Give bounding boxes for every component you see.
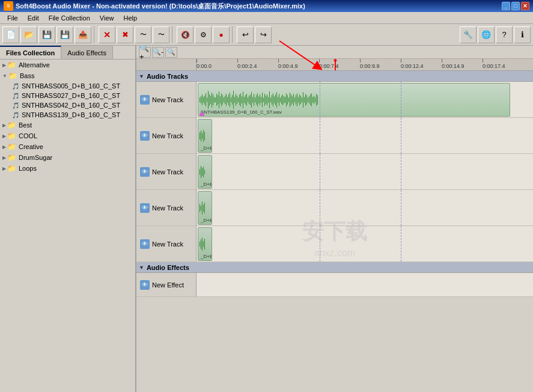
folder-label: COOL [19,132,37,139]
folder-drumsugar[interactable]: ▶ 📁 DrumSugar [0,152,135,163]
effect-eye-icon-1[interactable]: 👁 [140,280,150,290]
track-eye-icon-1[interactable]: 👁 [140,95,150,105]
zoom-out-button[interactable]: 🔍- [152,47,164,58]
menu-view[interactable]: View [95,13,119,23]
file-icon: 🎵 [12,83,19,90]
settings-button[interactable]: ⚙ [195,26,212,43]
menu-file[interactable]: File [2,13,23,23]
tick-1: 0:00:2.4 [237,59,257,70]
help-button[interactable]: ? [496,26,513,43]
tick-5: 0:00:12.4 [401,59,424,70]
arrow-icon: ▶ [2,133,6,139]
file-label: SNTHBASS005_D+B_160_C_ST [22,82,120,90]
timeline-ruler: 0:00.0 0:00:2.4 0:00:4.9 0:00:7.4 0:00:9… [136,59,533,71]
folder-cool[interactable]: ▶ 📁 COOL [0,130,135,141]
audio-tracks-header: ▼ Audio Tracks [136,71,533,82]
vert-line-1 [320,82,320,117]
folder-icon: 📁 [7,153,16,162]
vert-line-t5b [401,226,401,262]
track-content-5[interactable]: _D+B_ [196,226,533,262]
close-button[interactable]: ✕ [521,2,529,10]
cut-button[interactable]: ✕ [99,26,115,43]
vert-line-t2b [401,118,401,153]
delete-button[interactable]: ✖ [117,26,133,43]
track-eye-icon-4[interactable]: 👁 [140,203,150,213]
wave-action-button[interactable]: 〜 [153,26,169,43]
redo-button[interactable]: ↪ [255,26,272,43]
effect-content-1[interactable] [196,273,533,296]
folder-icon: 📁 [8,72,17,80]
new-button[interactable]: 📄 [2,26,19,43]
arrow-icon: ▶ [2,155,6,161]
arrow-icon: ▶ [2,166,6,171]
track-content-1[interactable]: SNTHBASS139_D+B_160_C_ST.wav [196,82,533,117]
toolbar: 📄 📂 💾 💾 📤 ✕ ✖ 〜 〜 🔇 ⚙ ● ↩ ↪ 🔧 🌐 ? ℹ [0,24,533,46]
menu-help[interactable]: Help [118,13,142,23]
folder-best[interactable]: ▶ 📁 Best [0,120,135,130]
track-label-5: 👁 New Track [136,226,196,262]
track-name-5: New Track [152,240,183,248]
maximize-button[interactable]: □ [511,2,520,10]
track-name-4: New Track [152,204,183,212]
track-label-3: 👁 New Track [136,154,196,189]
effect-row-1: 👁 New Effect [136,273,533,297]
folder-bass[interactable]: ▼ 📁 Bass [0,70,135,81]
track-content-3[interactable]: _D+B_ [196,154,533,189]
zoom-bar: 🔍+ 🔍- 🔍 [136,46,533,59]
file-icon: 🎵 [12,93,19,99]
undo-button[interactable]: ↩ [237,26,254,43]
folder-label: Best [19,121,32,129]
export-button[interactable]: 📤 [75,26,91,43]
zoom-in-button[interactable]: 🔍+ [139,47,151,58]
file-snthbass005[interactable]: 🎵 SNTHBASS005_D+B_160_C_ST [0,81,135,91]
section-arrow-icon: ▼ [139,73,144,79]
wrench-button[interactable]: 🔧 [460,26,477,43]
track-content-2[interactable]: _D+B_ [196,118,533,153]
tick-7: 0:00:17.4 [483,59,505,70]
left-panel: Files Collection Audio Effects ▶ 📁 Alter… [0,46,136,392]
save-copy-button[interactable]: 💾 [56,26,73,43]
dot-marker-1 [199,112,204,117]
wave-select-button[interactable]: 〜 [135,26,151,43]
menu-edit[interactable]: Edit [23,13,44,23]
file-snthbass027[interactable]: 🎵 SNTHBASS027_D+B_160_C_ST [0,91,135,100]
open-button[interactable]: 📂 [20,26,37,43]
effect-label-1: 👁 New Effect [136,273,196,296]
track-row-5: 👁 New Track _D+B_ [136,226,533,262]
arrow-icon: ▶ [2,144,6,150]
track-content-4[interactable]: _D+B_ [196,190,533,225]
folder-alternative[interactable]: ▶ 📁 Alternative [0,60,135,70]
mute-button[interactable]: 🔇 [177,26,193,43]
separator3 [232,26,234,43]
tab-files-collection[interactable]: Files Collection [0,46,61,59]
file-snthbass042[interactable]: 🎵 SNTHBASS042_D+B_160_C_ST [0,100,135,110]
globe-button[interactable]: 🌐 [478,26,495,43]
record-button[interactable]: ● [213,26,230,43]
track-eye-icon-5[interactable]: 👁 [140,239,150,249]
track-label-4: 👁 New Track [136,190,196,225]
minimize-button[interactable]: _ [502,2,510,10]
file-icon: 🎵 [12,102,19,109]
file-snthbass139[interactable]: 🎵 SNTHBASS139_D+B_160_C_ST [0,110,135,120]
folder-creative[interactable]: ▶ 📁 Creative [0,141,135,152]
daw-content: 安下载 anxz.com ▼ Audio Tracks 👁 New Track [136,71,533,392]
folder-icon: 📁 [7,121,16,129]
folder-icon: 📁 [7,164,16,173]
track-eye-icon-3[interactable]: 👁 [140,167,150,177]
menu-file-collection[interactable]: File Collection [44,13,95,23]
zoom-reset-button[interactable]: 🔍 [165,47,177,58]
save-button[interactable]: 💾 [38,26,55,43]
folder-loops[interactable]: ▶ 📁 Loops [0,163,135,174]
tick-6: 0:00:14.9 [442,59,464,70]
folder-label: Creative [19,143,43,150]
arrow-icon: ▶ [2,123,6,128]
tab-audio-effects[interactable]: Audio Effects [61,46,113,59]
arrow-icon: ▶ [2,63,6,68]
track-name-2: New Track [152,132,183,139]
file-label: SNTHBASS139_D+B_160_C_ST [22,111,120,118]
info-button[interactable]: ℹ [514,26,531,43]
audio-effects-header: ▼ Audio Effects [136,262,533,273]
track-label-2: 👁 New Track [136,118,196,153]
panel-tabs: Files Collection Audio Effects [0,46,135,60]
track-eye-icon-2[interactable]: 👁 [140,131,150,141]
